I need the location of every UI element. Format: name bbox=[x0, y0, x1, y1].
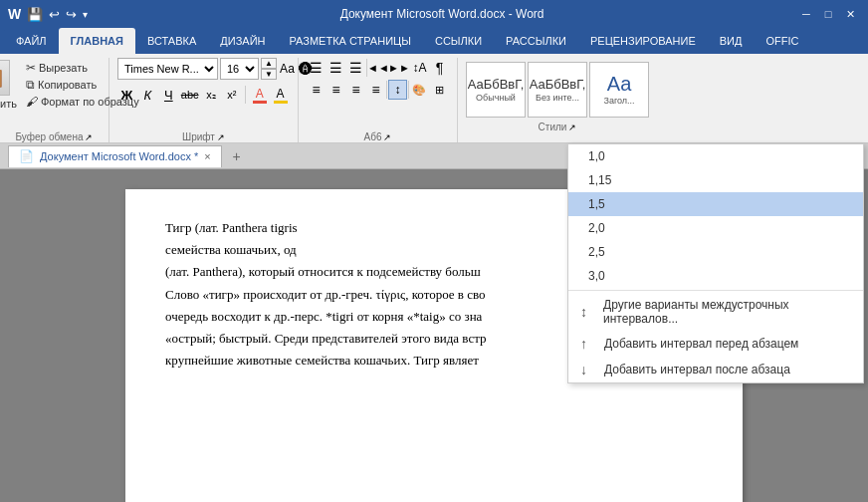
tab-layout[interactable]: РАЗМЕТКА СТРАНИЦЫ bbox=[277, 28, 422, 54]
spacing-1-0[interactable]: 1,0 bbox=[568, 144, 863, 168]
document-tab[interactable]: 📄 Документ Microsoft Word.docx * × bbox=[8, 145, 222, 167]
clipboard-expand-icon[interactable]: ↗ bbox=[85, 132, 93, 142]
close-button[interactable]: ✕ bbox=[840, 4, 860, 24]
line-spacing-button[interactable]: ↕ bbox=[388, 80, 407, 100]
increase-indent-button[interactable]: ►► bbox=[389, 58, 409, 78]
shading-button[interactable]: 🎨 bbox=[410, 80, 429, 100]
change-case-button[interactable]: Аа bbox=[279, 58, 296, 80]
strikethrough-button[interactable]: abc bbox=[180, 84, 200, 106]
new-tab-icon: + bbox=[233, 148, 241, 164]
minimize-button[interactable]: ─ bbox=[796, 4, 816, 24]
tab-design[interactable]: ДИЗАЙН bbox=[208, 28, 277, 54]
doc-tab-title: Документ Microsoft Word.docx * bbox=[40, 150, 198, 162]
spacing-1-5[interactable]: 1,5 bbox=[568, 192, 863, 216]
quick-access-undo[interactable]: ↩ bbox=[49, 7, 60, 22]
tab-home[interactable]: ГЛАВНАЯ bbox=[59, 28, 135, 54]
styles-content: АаБбВвГ, Обычный АаБбВвГ, Без инте... Аа… bbox=[460, 58, 655, 122]
paragraph-row1: ☰ ☰ ☰ ◄◄ ►► ↕A ¶ bbox=[307, 58, 449, 78]
divider3 bbox=[408, 81, 409, 99]
align-center-button[interactable]: ≡ bbox=[326, 80, 345, 100]
add-space-before-icon: ↑ bbox=[580, 336, 596, 352]
spacing-2-0[interactable]: 2,0 bbox=[568, 216, 863, 240]
font-expand-icon[interactable]: ↗ bbox=[217, 132, 225, 142]
tab-view[interactable]: ВИД bbox=[708, 28, 755, 54]
style-no-spacing-preview: АаБбВвГ, bbox=[530, 78, 586, 91]
ribbon: 📋 Вставить ✂ Вырезать ⧉ Копировать 🖌 Фор… bbox=[0, 54, 868, 143]
font-size-increase[interactable]: ▲ bbox=[261, 58, 277, 69]
spacing-3-0[interactable]: 3,0 bbox=[568, 264, 863, 288]
bullets-button[interactable]: ☰ bbox=[307, 58, 326, 78]
ribbon-tabs: ФАЙЛ ГЛАВНАЯ ВСТАВКА ДИЗАЙН РАЗМЕТКА СТР… bbox=[0, 28, 868, 54]
spacing-2-5[interactable]: 2,5 bbox=[568, 240, 863, 264]
show-marks-button[interactable]: ¶ bbox=[430, 58, 449, 78]
font-selectors: Times New R... 16 ▲ ▼ Аа 🅐 bbox=[117, 58, 290, 80]
style-no-spacing-label: Без инте... bbox=[536, 93, 579, 103]
styles-expand-icon[interactable]: ↗ bbox=[568, 123, 576, 132]
doc-tab-icon: 📄 bbox=[19, 149, 34, 163]
font-format-buttons: Ж К Ч abc x₂ x² A A bbox=[117, 84, 290, 106]
style-heading[interactable]: Аа Загол... bbox=[589, 62, 649, 118]
decrease-indent-button[interactable]: ◄◄ bbox=[368, 58, 388, 78]
underline-button[interactable]: Ч bbox=[159, 84, 178, 106]
window-title: Документ Microsoft Word.docx - Word bbox=[88, 7, 796, 21]
paragraph-label-row: Аб6 ↗ bbox=[307, 131, 449, 142]
highlight-button[interactable]: A bbox=[271, 84, 290, 106]
superscript-button[interactable]: x² bbox=[222, 84, 241, 106]
tab-mailings[interactable]: РАССЫЛКИ bbox=[494, 28, 578, 54]
font-size-decrease[interactable]: ▼ bbox=[261, 69, 277, 80]
style-no-spacing[interactable]: АаБбВвГ, Без инте... bbox=[528, 62, 587, 118]
font-size-arrows: ▲ ▼ bbox=[261, 58, 277, 80]
font-name-select[interactable]: Times New R... bbox=[117, 58, 218, 80]
justify-button[interactable]: ≡ bbox=[366, 80, 385, 100]
paste-button[interactable]: 📋 Вставить bbox=[0, 58, 21, 112]
quick-access-redo[interactable]: ↪ bbox=[66, 7, 77, 22]
divider2 bbox=[386, 81, 387, 99]
title-bar: W 💾 ↩ ↪ ▾ Документ Microsoft Word.docx -… bbox=[0, 0, 868, 28]
font-label-row: Шрифт ↗ bbox=[117, 131, 290, 142]
styles-group: АаБбВвГ, Обычный АаБбВвГ, Без инте... Аа… bbox=[458, 58, 657, 142]
font-size-select[interactable]: 16 bbox=[220, 58, 259, 80]
numbering-button[interactable]: ☰ bbox=[326, 58, 345, 78]
style-heading-label: Загол... bbox=[603, 96, 634, 106]
quick-access-save[interactable]: 💾 bbox=[27, 7, 43, 22]
tab-file[interactable]: ФАЙЛ bbox=[4, 28, 59, 54]
style-normal[interactable]: АаБбВвГ, Обычный bbox=[466, 62, 526, 118]
add-space-after-button[interactable]: ↓ Добавить интервал после абзаца bbox=[568, 357, 863, 382]
clipboard-label-row: Буфер обмена ↗ bbox=[8, 131, 101, 142]
bold-button[interactable]: Ж bbox=[117, 84, 136, 106]
window-controls: ─ □ ✕ bbox=[796, 4, 860, 24]
maximize-button[interactable]: □ bbox=[818, 4, 838, 24]
subscript-button[interactable]: x₂ bbox=[202, 84, 221, 106]
line-spacing-dropdown: 1,0 1,15 1,5 2,0 2,5 3,0 ↕ Другие вариан… bbox=[567, 143, 864, 383]
borders-button[interactable]: ⊞ bbox=[430, 80, 449, 100]
text-color-button[interactable]: A bbox=[250, 84, 269, 106]
multilevel-button[interactable]: ☰ bbox=[346, 58, 365, 78]
italic-button[interactable]: К bbox=[138, 84, 157, 106]
clipboard-group: 📋 Вставить ✂ Вырезать ⧉ Копировать 🖌 Фор… bbox=[0, 58, 109, 142]
add-space-before-button[interactable]: ↑ Добавить интервал перед абзацем bbox=[568, 331, 863, 357]
tab-review[interactable]: РЕЦЕНЗИРОВАНИЕ bbox=[578, 28, 708, 54]
font-group: Times New R... 16 ▲ ▼ Аа 🅐 Ж К Ч abc x₂ … bbox=[109, 58, 299, 142]
align-left-button[interactable]: ≡ bbox=[307, 80, 326, 100]
new-tab-button[interactable]: + bbox=[222, 145, 252, 167]
paragraph-expand-icon[interactable]: ↗ bbox=[383, 132, 391, 142]
style-heading-preview: Аа bbox=[607, 74, 632, 94]
tab-insert[interactable]: ВСТАВКА bbox=[135, 28, 208, 54]
spacing-other-icon: ↕ bbox=[580, 304, 595, 320]
word-logo-icon: W bbox=[8, 6, 21, 22]
style-normal-label: Обычный bbox=[476, 93, 516, 103]
add-space-after-icon: ↓ bbox=[580, 362, 596, 377]
align-right-button[interactable]: ≡ bbox=[346, 80, 365, 100]
paragraph-group: ☰ ☰ ☰ ◄◄ ►► ↕A ¶ ≡ ≡ ≡ ≡ ↕ 🎨 ⊞ bbox=[299, 58, 458, 142]
tab-references[interactable]: ССЫЛКИ bbox=[423, 28, 494, 54]
cut-icon: ✂ bbox=[26, 61, 36, 75]
tab-office[interactable]: OFFIC bbox=[754, 28, 810, 54]
paragraph-row2: ≡ ≡ ≡ ≡ ↕ 🎨 ⊞ bbox=[307, 80, 449, 100]
doc-tab-close-button[interactable]: × bbox=[204, 150, 210, 162]
styles-label-row: Стили ↗ bbox=[466, 122, 649, 132]
style-normal-preview: АаБбВвГ, bbox=[468, 78, 525, 91]
sort-button[interactable]: ↕A bbox=[410, 58, 429, 78]
spacing-other-options[interactable]: ↕ Другие варианты междустрочных интервал… bbox=[568, 293, 863, 331]
copy-icon: ⧉ bbox=[26, 78, 35, 92]
spacing-1-15[interactable]: 1,15 bbox=[568, 168, 863, 192]
